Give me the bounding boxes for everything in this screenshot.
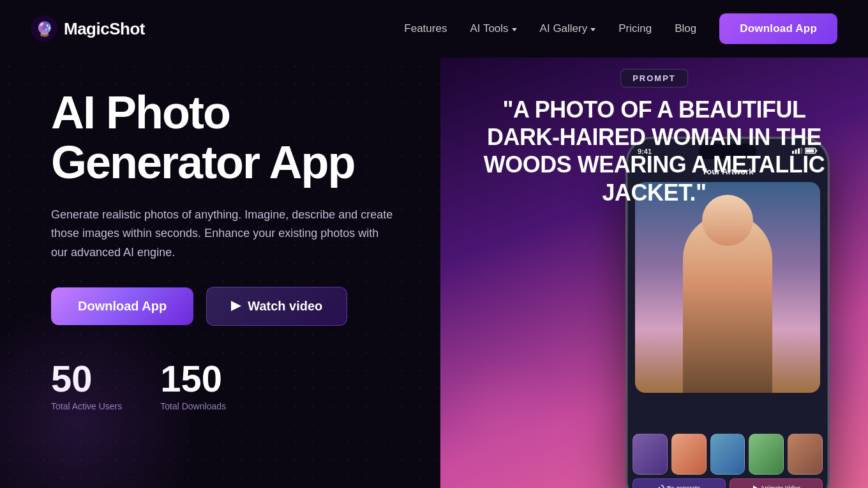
animate-button: Animate Video bbox=[730, 478, 823, 488]
nav-link-ai-tools[interactable]: AI Tools bbox=[470, 22, 516, 35]
prompt-badge: PROMPT bbox=[620, 69, 688, 88]
regen-icon bbox=[658, 485, 664, 488]
nav-download-button[interactable]: Download App bbox=[719, 13, 837, 44]
regen-button: Re-generate bbox=[632, 478, 726, 488]
chevron-down-icon bbox=[590, 28, 595, 31]
main-content: AI Photo Generator App Generate realisti… bbox=[0, 57, 868, 488]
phone-thumb-3 bbox=[710, 434, 745, 475]
nav-link-ai-gallery[interactable]: AI Gallery bbox=[540, 22, 596, 35]
nav-link-features[interactable]: Features bbox=[404, 22, 447, 35]
hero-title-line2: Generator App bbox=[51, 137, 354, 188]
phone-thumb-4 bbox=[749, 434, 784, 475]
phone-action-bar: Re-generate Animate Video bbox=[632, 478, 823, 488]
hero-title: AI Photo Generator App bbox=[51, 88, 402, 188]
svg-marker-10 bbox=[753, 485, 758, 488]
phone-thumbnails bbox=[632, 434, 823, 475]
phone-thumb-1 bbox=[632, 434, 668, 475]
logo-icon: 🔮 bbox=[31, 15, 57, 42]
nav-link-pricing[interactable]: Pricing bbox=[618, 22, 652, 35]
phone-thumb-2 bbox=[671, 434, 707, 475]
prompt-text: "A PHOTO OF A BEAUTIFUL DARK-HAIRED WOMA… bbox=[440, 96, 868, 206]
hero-watch-button[interactable]: Watch video bbox=[206, 287, 347, 326]
hero-right: PROMPT "A PHOTO OF A BEAUTIFUL DARK-HAIR… bbox=[440, 57, 868, 488]
bg-gradient-blob bbox=[440, 360, 568, 488]
nav-link-blog[interactable]: Blog bbox=[675, 22, 696, 35]
navigation: 🔮 MagicShot Features AI Tools AI Gallery… bbox=[0, 0, 868, 57]
nav-links: Features AI Tools AI Gallery Pricing Blo… bbox=[404, 13, 837, 44]
hero-left: AI Photo Generator App Generate realisti… bbox=[0, 57, 440, 488]
animate-icon bbox=[752, 485, 758, 488]
phone-image-area bbox=[635, 182, 820, 393]
logo[interactable]: 🔮 MagicShot bbox=[31, 15, 145, 42]
svg-text:🔮: 🔮 bbox=[36, 20, 54, 38]
chevron-down-icon bbox=[512, 28, 517, 31]
play-icon bbox=[231, 301, 241, 311]
hero-title-line1: AI Photo bbox=[51, 87, 230, 138]
hero-description: Generate realistic photos of anything. I… bbox=[51, 206, 396, 263]
phone-thumb-5 bbox=[788, 434, 823, 475]
logo-text: MagicShot bbox=[64, 19, 145, 39]
